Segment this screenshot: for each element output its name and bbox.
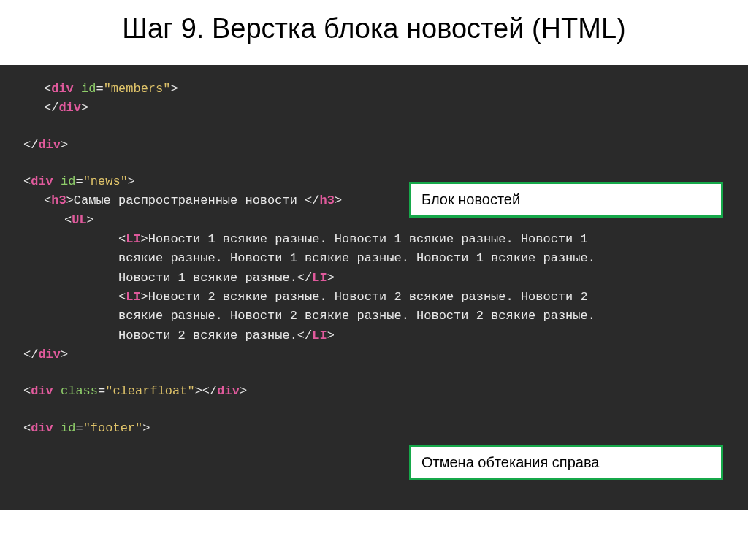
code-line: <LI>Новости 2 всякие разные. Новости 2 в… xyxy=(23,288,725,307)
code-line: <LI>Новости 1 всякие разные. Новости 1 в… xyxy=(23,230,725,249)
code-line: всякие разные. Новости 2 всякие разные. … xyxy=(23,307,725,326)
h3-text: Самые распространенные новости xyxy=(74,193,305,207)
annotation-clear-float: Отмена обтекания справа xyxy=(409,445,723,480)
code-line: </div> xyxy=(23,136,725,155)
li1-text-a: Новости 1 всякие разные. Новости 1 всяки… xyxy=(148,232,588,246)
code-line: <div class="clearfloat"></div> xyxy=(23,382,725,401)
code-line: </div> xyxy=(23,99,725,118)
code-block: <div id="members"> </div> </div> <div id… xyxy=(0,65,748,510)
li2-text-a: Новости 2 всякие разные. Новости 2 всяки… xyxy=(148,290,588,304)
li1-text-c: Новости 1 всякие разные. xyxy=(118,271,297,285)
code-line: всякие разные. Новости 1 всякие разные. … xyxy=(23,249,725,268)
li1-text-b: всякие разные. Новости 1 всякие разные. … xyxy=(118,251,595,265)
code-line: Новости 2 всякие разные.</LI> xyxy=(23,326,725,345)
code-line: Новости 1 всякие разные.</LI> xyxy=(23,269,725,288)
annotation-news-block: Блок новостей xyxy=(409,182,723,218)
li2-text-b: всякие разные. Новости 2 всякие разные. … xyxy=(118,309,595,323)
li2-text-c: Новости 2 всякие разные. xyxy=(118,329,297,342)
slide-title: Шаг 9. Верстка блока новостей (HTML) xyxy=(0,0,748,65)
code-line: <div id="footer"> xyxy=(23,419,725,438)
code-line: </div> xyxy=(23,345,725,364)
slide: Шаг 9. Верстка блока новостей (HTML) <di… xyxy=(0,0,748,560)
code-line: <div id="members"> xyxy=(23,80,725,99)
